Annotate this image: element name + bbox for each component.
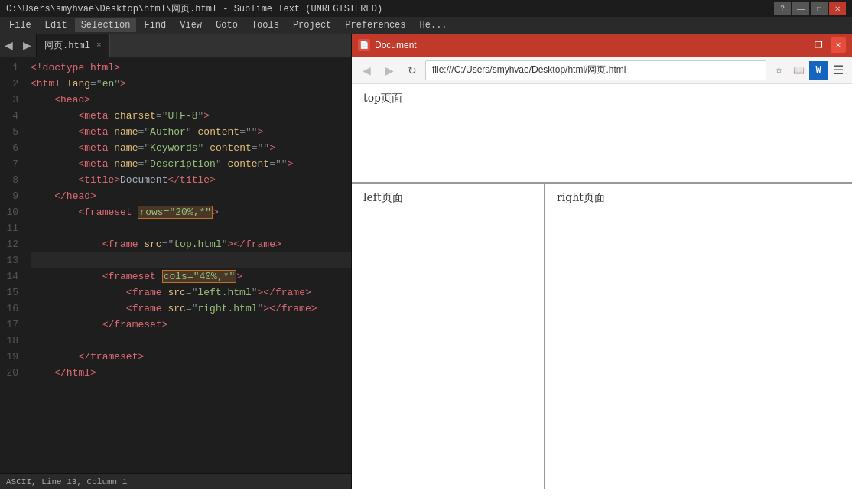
code-line-11 — [31, 220, 351, 236]
address-bar[interactable] — [425, 60, 766, 80]
menu-bar: File Edit Selection Find View Goto Tools… — [0, 17, 852, 34]
forward-button[interactable]: ▶ — [379, 60, 399, 80]
top-frame: top页面 — [352, 84, 852, 184]
code-line-5: <meta name="Author" content=""> — [31, 124, 351, 140]
menu-selection[interactable]: Selection — [75, 18, 137, 32]
browser-close-button[interactable]: × — [831, 37, 846, 53]
tab-nav-right[interactable]: ▶ — [18, 34, 37, 57]
browser-title-text: Document — [375, 40, 417, 50]
menu-tools[interactable]: Tools — [246, 18, 285, 32]
maximize-button[interactable]: □ — [811, 2, 828, 15]
star-button[interactable]: ☆ — [769, 61, 788, 80]
code-line-9: </head> — [31, 188, 351, 204]
code-line-10: <frameset rows="20%,*"> — [31, 204, 351, 220]
nav-extras: ☆ 📖 W ☰ — [769, 61, 847, 80]
tab-nav-left[interactable]: ◀ — [0, 34, 18, 57]
help-button[interactable]: ？ — [774, 2, 791, 15]
menu-edit[interactable]: Edit — [39, 18, 73, 32]
code-line-12: <frame src="top.html"></frame> — [31, 236, 351, 252]
code-line-7: <meta name="Description" content=""> — [31, 156, 351, 172]
code-line-15: <frame src="left.html"></frame> — [31, 285, 351, 301]
code-line-1: <!doctype html> — [31, 60, 351, 76]
browser-title-icon: 📄 — [358, 39, 370, 51]
browser-title-bar: 📄 Document ❐ × — [352, 34, 852, 57]
status-bar: ASCII, Line 13, Column 1 — [0, 473, 351, 489]
menu-help[interactable]: He... — [414, 18, 454, 32]
tab-close-icon[interactable]: × — [96, 41, 102, 50]
browser-panel: 📄 Document ❐ × ◀ ▶ ↻ ☆ 📖 W ☰ top页面 — [352, 34, 852, 489]
code-line-16: <frame src="right.html"></frame> — [31, 301, 351, 317]
title-bar-text: C:\Users\smyhvae\Desktop\html\网页.html - … — [6, 2, 382, 15]
bottom-frames: left页面 right页面 — [352, 184, 852, 489]
code-line-3: <head> — [31, 92, 351, 108]
browser-menu-button[interactable]: ☰ — [829, 61, 847, 80]
menu-project[interactable]: Project — [287, 18, 337, 32]
code-content[interactable]: <!doctype html> <html lang="en"> <head> … — [24, 57, 351, 473]
editor-panel: ◀ ▶ 网页.html × 12345 678910 1112131415 16… — [0, 34, 352, 489]
tab-filename: 网页.html — [44, 39, 90, 52]
main-container: ◀ ▶ 网页.html × 12345 678910 1112131415 16… — [0, 34, 852, 489]
read-button[interactable]: 📖 — [789, 61, 808, 80]
title-bar-left: C:\Users\smyhvae\Desktop\html\网页.html - … — [6, 2, 382, 15]
browser-restore-button[interactable]: ❐ — [811, 37, 826, 53]
left-frame: left页面 — [352, 184, 545, 489]
code-area[interactable]: 12345 678910 1112131415 1617181920 <!doc… — [0, 57, 351, 473]
menu-file[interactable]: File — [3, 18, 37, 32]
code-line-2: <html lang="en"> — [31, 76, 351, 92]
menu-find[interactable]: Find — [138, 18, 172, 32]
back-button[interactable]: ◀ — [356, 60, 376, 80]
browser-page-icon: 📄 — [359, 41, 369, 50]
top-frame-text: top页面 — [363, 92, 402, 104]
title-bar: C:\Users\smyhvae\Desktop\html\网页.html - … — [0, 0, 852, 17]
right-frame-text: right页面 — [557, 191, 605, 203]
line-numbers: 12345 678910 1112131415 1617181920 — [0, 57, 24, 473]
tab-bar: ◀ ▶ 网页.html × — [0, 34, 351, 57]
code-line-6: <meta name="Keywords" content=""> — [31, 140, 351, 156]
code-line-14: <frameset cols="40%,*"> — [31, 268, 351, 285]
right-frame: right页面 — [545, 184, 852, 489]
browser-content: top页面 left页面 right页面 — [352, 84, 852, 489]
code-line-18 — [31, 333, 351, 349]
w-button[interactable]: W — [809, 61, 828, 80]
menu-goto[interactable]: Goto — [210, 18, 244, 32]
editor-tab[interactable]: 网页.html × — [37, 34, 110, 57]
code-line-8: <title>Document</title> — [31, 172, 351, 188]
code-line-13 — [31, 252, 351, 268]
status-text: ASCII, Line 13, Column 1 — [6, 477, 127, 486]
left-frame-text: left页面 — [363, 191, 403, 203]
code-line-17: </frameset> — [31, 317, 351, 333]
code-line-19: </frameset> — [31, 349, 351, 365]
menu-view[interactable]: View — [174, 18, 208, 32]
code-line-4: <meta charset="UTF-8"> — [31, 108, 351, 124]
menu-preferences[interactable]: Preferences — [339, 18, 411, 32]
minimize-button[interactable]: — — [792, 2, 809, 15]
title-bar-controls: ？ — □ ✕ — [774, 2, 846, 15]
refresh-button[interactable]: ↻ — [402, 60, 422, 80]
close-button[interactable]: ✕ — [829, 2, 846, 15]
code-line-20: </html> — [31, 365, 351, 381]
browser-nav: ◀ ▶ ↻ ☆ 📖 W ☰ — [352, 57, 852, 84]
